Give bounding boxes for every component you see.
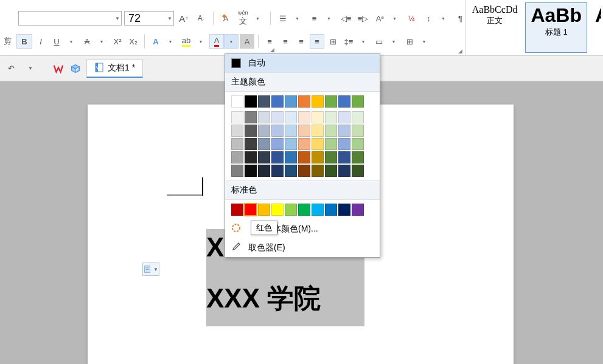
color-swatch[interactable] xyxy=(271,111,284,123)
line-spacing-button[interactable]: ‡≡ xyxy=(341,34,356,49)
color-swatch[interactable] xyxy=(231,138,243,150)
bullet-list-button[interactable]: ☰ xyxy=(276,11,290,26)
sort-dropdown[interactable]: ▼ xyxy=(436,11,451,26)
color-swatch[interactable] xyxy=(231,125,243,137)
decrease-indent-button[interactable]: ◁≡ xyxy=(339,11,354,26)
color-swatch[interactable] xyxy=(312,111,324,123)
color-swatch[interactable] xyxy=(245,125,257,137)
color-swatch[interactable] xyxy=(258,125,270,137)
decrease-font-button[interactable]: A- xyxy=(193,11,208,26)
char-shading-button[interactable]: A xyxy=(240,34,254,49)
align-right-button[interactable]: ≡ xyxy=(294,34,308,49)
color-swatch[interactable] xyxy=(352,204,364,216)
color-swatch[interactable] xyxy=(312,125,324,137)
border-dropdown[interactable]: ▼ xyxy=(417,34,431,49)
asian-layout-button[interactable]: ¼ xyxy=(405,11,419,26)
color-swatch[interactable] xyxy=(271,125,284,137)
subscript-button[interactable]: X₂ xyxy=(126,34,141,49)
font-color-button[interactable]: A xyxy=(209,34,224,49)
number-list-button[interactable]: ≡ xyxy=(307,11,322,26)
color-swatch[interactable] xyxy=(245,151,257,163)
color-swatch[interactable] xyxy=(271,138,284,150)
color-swatch[interactable] xyxy=(258,165,270,177)
italic-button[interactable]: I xyxy=(33,34,48,49)
color-swatch[interactable] xyxy=(325,151,337,163)
cube-icon[interactable] xyxy=(69,63,82,75)
color-swatch[interactable] xyxy=(352,151,364,163)
color-swatch[interactable] xyxy=(231,204,243,216)
phonetic-guide-button[interactable]: wén文 xyxy=(235,11,251,26)
color-swatch[interactable] xyxy=(271,95,284,108)
color-swatch[interactable] xyxy=(312,165,324,177)
color-swatch[interactable] xyxy=(352,165,364,177)
more-colors-row[interactable]: 体颜色(M)... 红色 xyxy=(225,219,380,238)
style-more[interactable]: A xyxy=(590,2,602,53)
color-swatch[interactable] xyxy=(298,151,310,163)
color-swatch[interactable] xyxy=(338,125,350,137)
align-justify-button[interactable]: ≡ xyxy=(310,34,324,49)
color-swatch[interactable] xyxy=(271,204,284,216)
color-swatch[interactable] xyxy=(298,95,310,108)
color-swatch[interactable] xyxy=(298,165,310,177)
redo-dropdown[interactable]: ▼ xyxy=(23,61,38,76)
color-swatch[interactable] xyxy=(258,151,270,163)
color-swatch[interactable] xyxy=(245,165,257,177)
color-swatch[interactable] xyxy=(271,165,284,177)
color-swatch[interactable] xyxy=(298,111,310,123)
document-tab[interactable]: W 文档1 * xyxy=(86,60,143,78)
align-left-button[interactable]: ≡ xyxy=(262,34,277,49)
font-size-combo[interactable]: 72▼ xyxy=(124,11,174,26)
wps-logo-icon[interactable] xyxy=(52,63,64,75)
superscript-button[interactable]: X² xyxy=(110,34,125,49)
phonetic-guide-dropdown[interactable]: ▼ xyxy=(251,11,265,26)
show-marks-button[interactable]: ¶ xyxy=(453,11,468,26)
color-swatch[interactable] xyxy=(325,95,337,108)
color-swatch[interactable] xyxy=(285,138,297,150)
color-swatch[interactable] xyxy=(352,138,364,150)
color-swatch[interactable] xyxy=(258,111,270,123)
color-swatch[interactable] xyxy=(285,95,297,108)
number-list-dropdown[interactable]: ▼ xyxy=(322,11,336,26)
color-swatch[interactable] xyxy=(312,204,324,216)
increase-font-button[interactable]: A+ xyxy=(176,11,191,26)
undo-button[interactable]: ↶ xyxy=(4,61,18,76)
color-swatch[interactable] xyxy=(231,95,243,108)
color-swatch[interactable] xyxy=(285,125,297,137)
color-swatch[interactable] xyxy=(245,204,257,216)
font-launcher-icon[interactable]: ◢ xyxy=(270,47,274,53)
shading-button[interactable]: ▭ xyxy=(372,34,386,49)
color-swatch[interactable] xyxy=(325,125,337,137)
bullet-list-dropdown[interactable]: ▼ xyxy=(290,11,305,26)
strikethrough-dropdown[interactable]: ▼ xyxy=(94,34,109,49)
increase-indent-button[interactable]: ≡▷ xyxy=(356,11,371,26)
border-button[interactable]: ⊞ xyxy=(402,34,417,49)
color-swatch[interactable] xyxy=(285,165,297,177)
color-swatch[interactable] xyxy=(231,151,243,163)
para-launcher-icon[interactable]: ◢ xyxy=(458,48,462,54)
font-family-combo[interactable]: ▼ xyxy=(18,11,122,26)
color-swatch[interactable] xyxy=(312,95,324,108)
distributed-button[interactable]: ⊞ xyxy=(326,34,340,49)
line-spacing-dropdown[interactable]: ▼ xyxy=(356,34,371,49)
strikethrough-button[interactable]: A xyxy=(80,34,94,49)
color-swatch[interactable] xyxy=(298,125,310,137)
color-swatch[interactable] xyxy=(312,138,324,150)
color-swatch[interactable] xyxy=(245,95,257,108)
change-case-button[interactable]: Aᵃ xyxy=(373,11,388,26)
highlight-button[interactable]: ab xyxy=(179,34,193,49)
sort-button[interactable]: ↕ xyxy=(422,11,436,26)
color-swatch[interactable] xyxy=(352,111,364,123)
color-swatch[interactable] xyxy=(352,125,364,137)
underline-dropdown[interactable]: ▼ xyxy=(64,34,78,49)
text-effect-button[interactable]: A xyxy=(148,34,163,49)
align-center-button[interactable]: ≡ xyxy=(278,34,293,49)
color-swatch[interactable] xyxy=(338,204,350,216)
color-swatch[interactable] xyxy=(271,151,284,163)
color-swatch[interactable] xyxy=(245,138,257,150)
color-swatch[interactable] xyxy=(285,151,297,163)
text-effect-dropdown[interactable]: ▼ xyxy=(163,34,178,49)
paste-options-button[interactable]: ▼ xyxy=(142,263,159,276)
highlight-dropdown[interactable]: ▼ xyxy=(193,34,208,49)
color-swatch[interactable] xyxy=(338,151,350,163)
color-swatch[interactable] xyxy=(285,111,297,123)
